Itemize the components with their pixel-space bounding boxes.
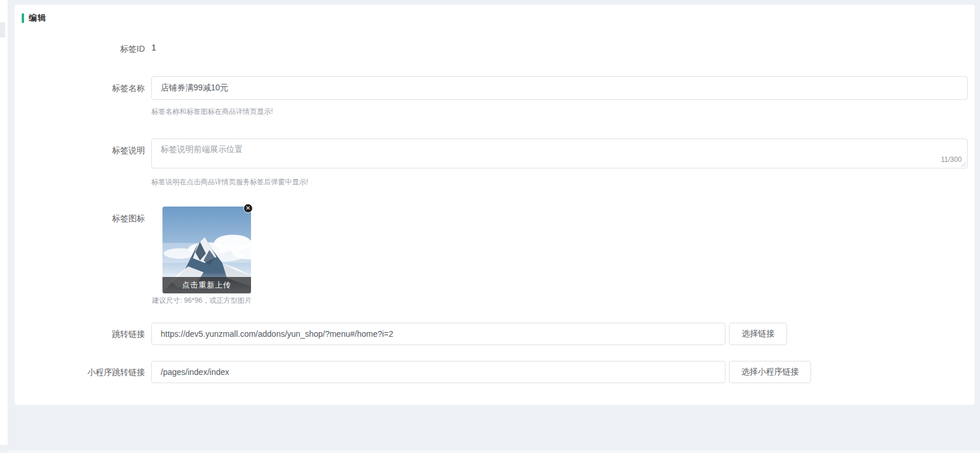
select-mini-link-button[interactable]: 选择小程序链接 bbox=[729, 361, 811, 383]
accent-bar bbox=[22, 13, 24, 23]
mini-link-input[interactable] bbox=[151, 361, 725, 383]
page-title: 编辑 bbox=[29, 13, 46, 23]
tag-id-label: 标签ID bbox=[15, 43, 145, 55]
edit-card: 编辑 标签ID 1 标签名称 标签名称和标签图标在商品详情页显示! 标签说明 标… bbox=[15, 5, 975, 405]
tag-name-label: 标签名称 bbox=[15, 82, 145, 94]
tag-desc-help: 标签说明在点击商品详情页服务标签后弹窗中显示! bbox=[151, 178, 308, 186]
left-rail-bottom bbox=[0, 445, 8, 453]
left-rail-thumb bbox=[0, 22, 5, 38]
tag-id-value: 1 bbox=[151, 42, 156, 52]
resize-handle-icon[interactable] bbox=[960, 161, 966, 167]
bottom-band bbox=[8, 450, 980, 453]
tag-name-help: 标签名称和标签图标在商品详情页显示! bbox=[151, 107, 273, 116]
icon-upload-preview[interactable]: 点击重新上传 bbox=[162, 207, 251, 293]
reupload-overlay[interactable]: 点击重新上传 bbox=[162, 277, 251, 293]
tag-desc-field: 标签说明前端展示位置 11/300 bbox=[151, 138, 968, 168]
word-counter: 11/300 bbox=[938, 155, 962, 164]
jump-link-label: 跳转链接 bbox=[15, 328, 145, 340]
tag-icon-help: 建议尺寸: 96*96，或正方型图片 bbox=[152, 296, 252, 305]
remove-icon-button[interactable]: ✕ bbox=[243, 204, 253, 213]
select-link-button[interactable]: 选择链接 bbox=[729, 323, 787, 345]
page: 编辑 标签ID 1 标签名称 标签名称和标签图标在商品详情页显示! 标签说明 标… bbox=[0, 0, 980, 453]
close-icon: ✕ bbox=[246, 205, 250, 211]
tag-desc-textarea[interactable]: 标签说明前端展示位置 bbox=[151, 138, 968, 168]
tag-desc-label: 标签说明 bbox=[15, 144, 145, 156]
jump-link-input[interactable] bbox=[151, 323, 725, 345]
mini-link-label: 小程序跳转链接 bbox=[15, 366, 145, 378]
tag-name-input[interactable] bbox=[151, 76, 968, 100]
left-rail bbox=[0, 0, 8, 453]
tag-icon-label: 标签图标 bbox=[15, 212, 145, 224]
section-header: 编辑 bbox=[22, 13, 46, 23]
